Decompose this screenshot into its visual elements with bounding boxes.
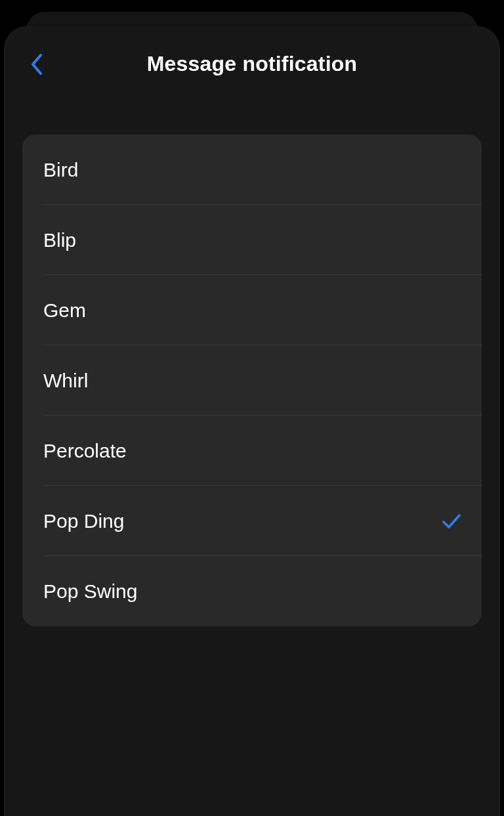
sound-option-label: Whirl xyxy=(43,370,88,392)
settings-sheet: Message notification Bird Blip Gem xyxy=(4,26,500,816)
content-area: Bird Blip Gem Whirl xyxy=(4,102,500,626)
sound-option-whirl[interactable]: Whirl xyxy=(22,345,482,416)
sound-option-bird[interactable]: Bird xyxy=(22,135,482,205)
back-button[interactable] xyxy=(22,50,51,79)
sound-option-pop-ding[interactable]: Pop Ding xyxy=(22,486,482,556)
page-title: Message notification xyxy=(147,52,358,76)
sound-option-pop-swing[interactable]: Pop Swing xyxy=(22,556,482,626)
sound-option-gem[interactable]: Gem xyxy=(22,275,482,345)
sound-list: Bird Blip Gem Whirl xyxy=(22,135,482,626)
sound-option-label: Pop Ding xyxy=(43,510,124,532)
header-bar: Message notification xyxy=(4,26,500,102)
sound-option-label: Gem xyxy=(43,299,86,322)
sound-option-percolate[interactable]: Percolate xyxy=(22,416,482,486)
sound-option-label: Blip xyxy=(43,229,76,251)
chevron-left-icon xyxy=(31,54,43,75)
sound-option-label: Pop Swing xyxy=(43,580,137,603)
sound-option-label: Percolate xyxy=(43,440,127,462)
check-icon xyxy=(442,513,461,529)
sound-option-blip[interactable]: Blip xyxy=(22,205,482,275)
sound-option-label: Bird xyxy=(43,159,78,181)
